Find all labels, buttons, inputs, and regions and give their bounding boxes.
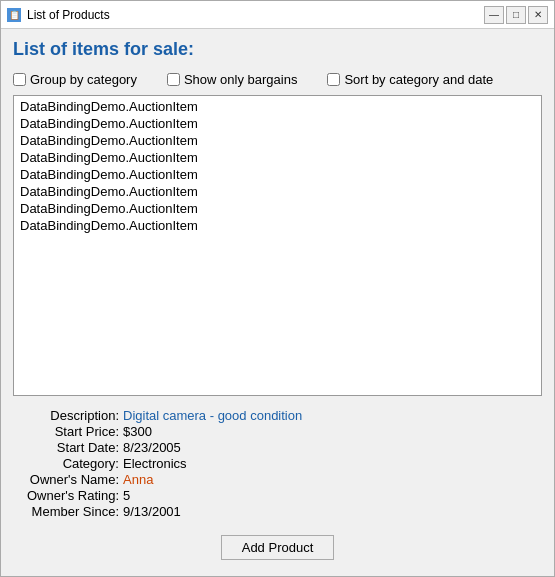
content-area: List of items for sale: Group by categor… <box>1 29 554 576</box>
category-label: Category: <box>13 456 123 471</box>
window-title: List of Products <box>27 8 478 22</box>
list-item[interactable]: DataBindingDemo.AuctionItem <box>14 166 541 183</box>
start-date-row: Start Date: 8/23/2005 <box>13 440 542 455</box>
description-row: Description: Digital camera - good condi… <box>13 408 542 423</box>
window-icon: 📋 <box>7 8 21 22</box>
add-button-row: Add Product <box>13 535 542 560</box>
category-row: Category: Electronics <box>13 456 542 471</box>
add-product-button[interactable]: Add Product <box>221 535 335 560</box>
owners-rating-value: 5 <box>123 488 130 503</box>
page-title: List of items for sale: <box>13 39 542 60</box>
list-item[interactable]: DataBindingDemo.AuctionItem <box>14 217 541 234</box>
category-value: Electronics <box>123 456 187 471</box>
owners-rating-label: Owner's Rating: <box>13 488 123 503</box>
group-by-category-item: Group by category <box>13 72 137 87</box>
list-item[interactable]: DataBindingDemo.AuctionItem <box>14 115 541 132</box>
sort-by-category-date-item: Sort by category and date <box>327 72 493 87</box>
sort-by-category-date-label[interactable]: Sort by category and date <box>344 72 493 87</box>
description-value: Digital camera - good condition <box>123 408 302 423</box>
close-button[interactable]: ✕ <box>528 6 548 24</box>
start-date-label: Start Date: <box>13 440 123 455</box>
details-section: Description: Digital camera - good condi… <box>13 408 542 519</box>
maximize-button[interactable]: □ <box>506 6 526 24</box>
member-since-row: Member Since: 9/13/2001 <box>13 504 542 519</box>
sort-by-category-date-checkbox[interactable] <box>327 73 340 86</box>
group-by-category-checkbox[interactable] <box>13 73 26 86</box>
list-item[interactable]: DataBindingDemo.AuctionItem <box>14 183 541 200</box>
main-window: 📋 List of Products — □ ✕ List of items f… <box>0 0 555 577</box>
member-since-value: 9/13/2001 <box>123 504 181 519</box>
show-only-bargains-label[interactable]: Show only bargains <box>184 72 297 87</box>
title-bar-buttons: — □ ✕ <box>484 6 548 24</box>
start-price-label: Start Price: <box>13 424 123 439</box>
start-price-row: Start Price: $300 <box>13 424 542 439</box>
show-only-bargains-checkbox[interactable] <box>167 73 180 86</box>
description-label: Description: <box>13 408 123 423</box>
checkboxes-row: Group by category Show only bargains Sor… <box>13 72 542 87</box>
list-item[interactable]: DataBindingDemo.AuctionItem <box>14 98 541 115</box>
owners-rating-row: Owner's Rating: 5 <box>13 488 542 503</box>
owners-name-row: Owner's Name: Anna <box>13 472 542 487</box>
products-list[interactable]: DataBindingDemo.AuctionItemDataBindingDe… <box>13 95 542 396</box>
owners-name-value: Anna <box>123 472 153 487</box>
title-bar: 📋 List of Products — □ ✕ <box>1 1 554 29</box>
start-price-value: $300 <box>123 424 152 439</box>
list-item[interactable]: DataBindingDemo.AuctionItem <box>14 200 541 217</box>
show-only-bargains-item: Show only bargains <box>167 72 297 87</box>
list-item[interactable]: DataBindingDemo.AuctionItem <box>14 149 541 166</box>
member-since-label: Member Since: <box>13 504 123 519</box>
minimize-button[interactable]: — <box>484 6 504 24</box>
list-item[interactable]: DataBindingDemo.AuctionItem <box>14 132 541 149</box>
owners-name-label: Owner's Name: <box>13 472 123 487</box>
group-by-category-label[interactable]: Group by category <box>30 72 137 87</box>
start-date-value: 8/23/2005 <box>123 440 181 455</box>
